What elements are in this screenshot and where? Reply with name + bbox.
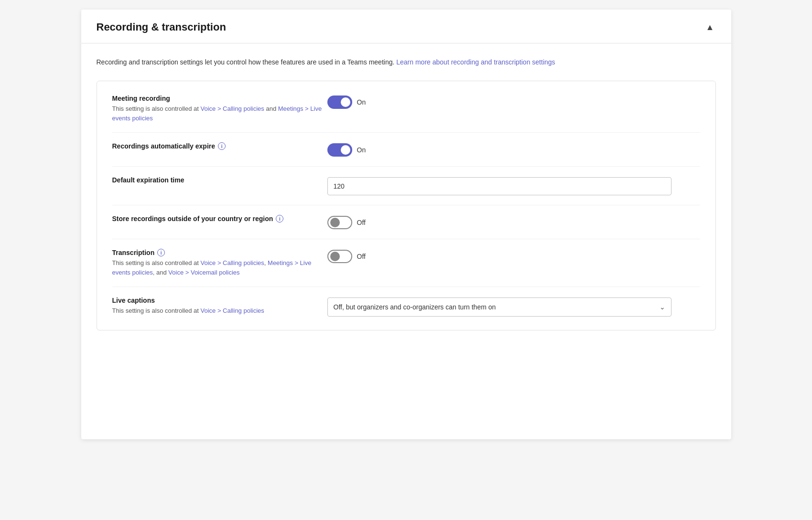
setting-label-live-captions: Live captions (112, 297, 327, 304)
toggle-label-transcription: Off (357, 253, 366, 260)
recording-transcription-panel: Recording & transcription ▲ Recording an… (81, 10, 731, 439)
panel-body: Recording and transcription settings let… (81, 43, 731, 344)
calling-policies-link-1[interactable]: Voice > Calling policies (200, 105, 264, 112)
panel-title: Recording & transcription (97, 21, 226, 33)
setting-row-default-expiration: Default expiration time (112, 167, 700, 205)
setting-sublabel-live-captions: This setting is also controlled at Voice… (112, 306, 327, 316)
toggle-label-recordings-expire: On (357, 146, 366, 154)
toggle-thumb-transcription (330, 252, 340, 261)
description-text-before-link: Recording and transcription settings let… (97, 58, 397, 66)
settings-card: Meeting recording This setting is also c… (97, 81, 716, 330)
expiration-input[interactable] (327, 177, 671, 195)
setting-label-meeting-recording: Meeting recording (112, 95, 327, 102)
setting-info-store-recordings: Store recordings outside of your country… (112, 215, 327, 224)
panel-header: Recording & transcription ▲ (81, 10, 731, 43)
setting-sublabel-transcription: This setting is also controlled at Voice… (112, 258, 327, 277)
toggle-wrapper-meeting-recording: On (327, 96, 366, 109)
toggle-store-recordings[interactable] (327, 216, 352, 229)
toggle-wrapper-recordings-expire: On (327, 143, 366, 157)
chevron-down-icon: ⌄ (660, 303, 665, 311)
toggle-thumb-store-recordings (330, 218, 340, 227)
info-icon-recordings-expire[interactable]: i (218, 142, 226, 150)
toggle-wrapper-store-recordings: Off (327, 216, 366, 229)
toggle-label-meeting-recording: On (357, 98, 366, 106)
toggle-transcription[interactable] (327, 250, 352, 263)
toggle-thumb-recordings-expire (341, 145, 350, 155)
info-icon-store-recordings[interactable]: i (276, 215, 283, 223)
setting-control-store-recordings: Off (327, 215, 700, 229)
toggle-track-recordings-expire (327, 143, 352, 157)
setting-row-live-captions: Live captions This setting is also contr… (112, 287, 700, 317)
setting-row-recordings-expire: Recordings automatically expire i On (112, 133, 700, 167)
info-icon-transcription[interactable]: i (157, 249, 165, 256)
toggle-track-store-recordings (327, 216, 352, 229)
calling-policies-link-transcription[interactable]: Voice > Calling policies (200, 259, 264, 266)
setting-label-store-recordings: Store recordings outside of your country… (112, 215, 327, 223)
setting-row-meeting-recording: Meeting recording This setting is also c… (112, 95, 700, 133)
setting-sublabel-meeting-recording: This setting is also controlled at Voice… (112, 104, 327, 123)
calling-policies-link-captions[interactable]: Voice > Calling policies (200, 307, 264, 314)
toggle-track-meeting-recording (327, 96, 352, 109)
setting-control-default-expiration (327, 176, 700, 195)
setting-row-store-recordings: Store recordings outside of your country… (112, 205, 700, 239)
setting-info-live-captions: Live captions This setting is also contr… (112, 297, 327, 316)
toggle-track-transcription (327, 250, 352, 263)
setting-control-transcription: Off (327, 249, 700, 263)
toggle-label-store-recordings: Off (357, 219, 366, 226)
collapse-icon[interactable]: ▲ (704, 21, 716, 33)
setting-info-default-expiration: Default expiration time (112, 176, 327, 186)
toggle-thumb-meeting-recording (341, 97, 350, 107)
setting-control-meeting-recording: On (327, 95, 700, 109)
setting-row-transcription: Transcription i This setting is also con… (112, 239, 700, 287)
learn-more-link[interactable]: Learn more about recording and transcrip… (396, 58, 555, 66)
setting-info-recordings-expire: Recordings automatically expire i (112, 142, 327, 152)
setting-control-recordings-expire: On (327, 142, 700, 157)
setting-label-recordings-expire: Recordings automatically expire i (112, 142, 327, 150)
live-captions-dropdown[interactable]: Off, but organizers and co-organizers ca… (327, 297, 671, 317)
toggle-wrapper-transcription: Off (327, 250, 366, 263)
toggle-meeting-recording[interactable] (327, 96, 352, 109)
toggle-recordings-expire[interactable] (327, 143, 352, 157)
setting-info-meeting-recording: Meeting recording This setting is also c… (112, 95, 327, 123)
live-captions-dropdown-value: Off, but organizers and co-organizers ca… (334, 303, 496, 311)
setting-control-live-captions: Off, but organizers and co-organizers ca… (327, 297, 700, 317)
setting-label-default-expiration: Default expiration time (112, 176, 327, 184)
setting-info-transcription: Transcription i This setting is also con… (112, 249, 327, 277)
description-text: Recording and transcription settings let… (97, 57, 716, 67)
setting-label-transcription: Transcription i (112, 249, 327, 256)
voicemail-policies-link-transcription[interactable]: Voice > Voicemail policies (168, 269, 239, 276)
